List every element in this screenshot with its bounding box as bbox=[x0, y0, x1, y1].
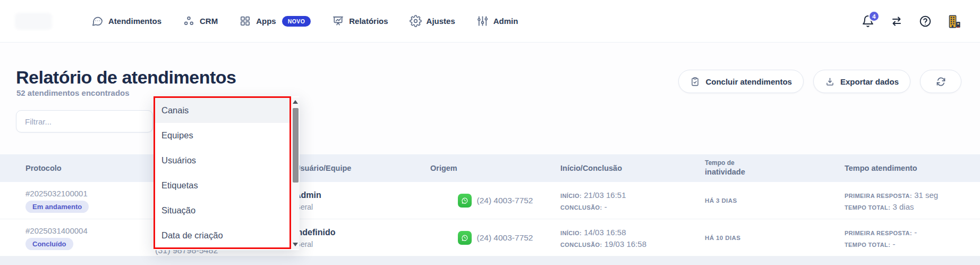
column-header-protocolo: Protocolo bbox=[25, 164, 155, 172]
top-nav: Atendimentos CRM Apps NOVO bbox=[0, 0, 980, 43]
scroll-down-arrow-icon[interactable] bbox=[293, 243, 298, 246]
page-title: Relatório de atendimentos bbox=[16, 67, 236, 88]
clipboard-check-icon bbox=[690, 77, 700, 87]
protocol-number: #2025031400004 bbox=[25, 226, 88, 235]
nav-label: Relatórios bbox=[349, 16, 388, 26]
start-label: INÍCIO: bbox=[560, 193, 582, 199]
first-response-label: PRIMEIRA RESPOSTA: bbox=[845, 230, 912, 236]
nav-label: Apps bbox=[256, 16, 276, 26]
transfer-arrows-icon[interactable] bbox=[890, 15, 903, 28]
total-time-label: TEMPO TOTAL: bbox=[845, 242, 890, 248]
page-background-strip bbox=[0, 256, 980, 265]
start-value: 14/03 16:58 bbox=[584, 228, 626, 237]
user-team-cell: Admin Geral bbox=[295, 182, 430, 219]
conclude-services-button[interactable]: Concluir atendimentos bbox=[678, 70, 804, 93]
apps-grid-icon bbox=[239, 15, 251, 27]
dropdown-option-etiquetas[interactable]: Etiquetas bbox=[155, 173, 289, 198]
start-value: 21/03 16:51 bbox=[584, 191, 626, 200]
chat-bubble-icon bbox=[91, 15, 104, 27]
notifications-bell-icon[interactable]: 4 bbox=[862, 15, 874, 28]
dropdown-options: Canais Equipes Usuários Etiquetas Situaç… bbox=[155, 98, 289, 248]
gear-icon bbox=[410, 15, 422, 27]
refresh-button[interactable] bbox=[920, 70, 961, 93]
page-actions: Concluir atendimentos Exportar dados bbox=[678, 70, 961, 93]
dropdown-option-canais[interactable]: Canais bbox=[155, 98, 289, 123]
end-label: CONCLUSÃO: bbox=[560, 204, 602, 211]
first-response-value: 31 seg bbox=[914, 191, 938, 200]
first-response-value: - bbox=[914, 228, 917, 237]
sliders-icon bbox=[476, 15, 489, 27]
protocol-cell: #2025031400004 Concluído bbox=[25, 219, 155, 256]
nav-utilities: 4 bbox=[862, 0, 962, 43]
nav-label: Atendimentos bbox=[108, 16, 161, 26]
column-header-tempo-inatividade: Tempo de inatividade bbox=[705, 159, 845, 177]
whatsapp-icon bbox=[458, 194, 472, 208]
filter-input[interactable] bbox=[16, 110, 153, 132]
column-header-usuario-equipe: Usuário/Equipe bbox=[295, 164, 430, 172]
origin-cell: (24) 4003-7752 bbox=[430, 219, 560, 256]
button-label: Exportar dados bbox=[840, 77, 899, 86]
novo-badge: NOVO bbox=[282, 16, 311, 27]
nav-item-atendimentos[interactable]: Atendimentos bbox=[91, 15, 161, 27]
download-icon bbox=[825, 77, 835, 87]
nav-item-relatorios[interactable]: Relatórios bbox=[332, 15, 388, 27]
origin-phone: (24) 4003-7752 bbox=[477, 196, 533, 205]
service-time-cell: PRIMEIRA RESPOSTA: - TEMPO TOTAL: - bbox=[845, 219, 980, 256]
report-chart-icon bbox=[332, 15, 344, 27]
nav-item-apps[interactable]: Apps NOVO bbox=[239, 15, 311, 27]
table-row[interactable]: #2025032100001 Em andamento Admin Geral … bbox=[0, 182, 980, 219]
scroll-up-arrow-icon[interactable] bbox=[293, 100, 298, 104]
inactivity-value: HÁ 10 DIAS bbox=[705, 235, 740, 241]
inactivity-cell: HÁ 10 DIAS bbox=[705, 219, 845, 256]
end-label: CONCLUSÃO: bbox=[560, 242, 602, 248]
protocol-number: #2025032100001 bbox=[25, 189, 88, 198]
crm-circles-icon bbox=[183, 15, 195, 27]
table-header: Protocolo Usuário/Equipe Origem Início/C… bbox=[0, 154, 980, 182]
column-header-origem: Origem bbox=[430, 164, 560, 172]
origin-phone: (24) 4003-7752 bbox=[477, 233, 533, 243]
nav-item-crm[interactable]: CRM bbox=[183, 15, 218, 27]
user-name: Indefinido bbox=[295, 228, 335, 237]
inactivity-cell: HÁ 3 DIAS bbox=[705, 182, 845, 219]
dropdown-option-equipes[interactable]: Equipes bbox=[155, 123, 289, 148]
table-row[interactable]: #2025031400004 Concluído (31) 98798-5482… bbox=[0, 219, 980, 256]
scrollbar-thumb[interactable] bbox=[293, 108, 299, 183]
company-building-logo[interactable] bbox=[948, 14, 962, 29]
notification-count-badge: 4 bbox=[868, 11, 880, 22]
nav-item-ajustes[interactable]: Ajustes bbox=[410, 15, 455, 27]
start-label: INÍCIO: bbox=[560, 230, 582, 236]
main-menu: Atendimentos CRM Apps NOVO bbox=[91, 15, 518, 27]
app-screen: Atendimentos CRM Apps NOVO bbox=[0, 0, 980, 265]
protocol-cell: #2025032100001 Em andamento bbox=[25, 182, 155, 219]
button-label: Concluir atendimentos bbox=[705, 77, 792, 86]
dropdown-option-usuarios[interactable]: Usuários bbox=[155, 148, 289, 173]
user-team-cell: Indefinido Geral bbox=[295, 219, 430, 256]
total-time-value: 3 dias bbox=[892, 202, 914, 211]
first-response-label: PRIMEIRA RESPOSTA: bbox=[845, 193, 912, 199]
dropdown-scrollbar[interactable] bbox=[291, 97, 300, 249]
start-end-cell: INÍCIO: 14/03 16:58 CONCLUSÃO: 19/03 16:… bbox=[560, 219, 705, 256]
service-time-cell: PRIMEIRA RESPOSTA: 31 seg TEMPO TOTAL: 3… bbox=[845, 182, 980, 219]
nav-label: CRM bbox=[200, 16, 218, 26]
logo-placeholder bbox=[15, 13, 52, 30]
refresh-icon bbox=[935, 76, 947, 87]
column-header-tempo-atendimento: Tempo atendimento bbox=[845, 164, 980, 172]
dropdown-option-data-criacao[interactable]: Data de criação bbox=[155, 223, 289, 248]
nav-label: Ajustes bbox=[427, 16, 455, 26]
end-value: - bbox=[604, 202, 607, 211]
total-time-value: - bbox=[892, 239, 895, 249]
whatsapp-icon bbox=[458, 231, 472, 245]
results-count: 52 atendimentos encontrados bbox=[16, 88, 130, 97]
start-end-cell: INÍCIO: 21/03 16:51 CONCLUSÃO: - bbox=[560, 182, 705, 219]
export-data-button[interactable]: Exportar dados bbox=[813, 70, 910, 93]
nav-label: Admin bbox=[493, 16, 518, 26]
filter-type-dropdown: Canais Equipes Usuários Etiquetas Situaç… bbox=[154, 96, 300, 250]
total-time-label: TEMPO TOTAL: bbox=[845, 204, 890, 211]
origin-cell: (24) 4003-7752 bbox=[430, 182, 560, 219]
dropdown-option-situacao[interactable]: Situação bbox=[155, 198, 289, 223]
nav-item-admin[interactable]: Admin bbox=[476, 15, 518, 27]
end-value: 19/03 16:58 bbox=[604, 239, 646, 249]
status-badge: Em andamento bbox=[25, 201, 89, 213]
status-badge: Concluído bbox=[25, 238, 73, 250]
help-icon[interactable] bbox=[919, 15, 932, 28]
